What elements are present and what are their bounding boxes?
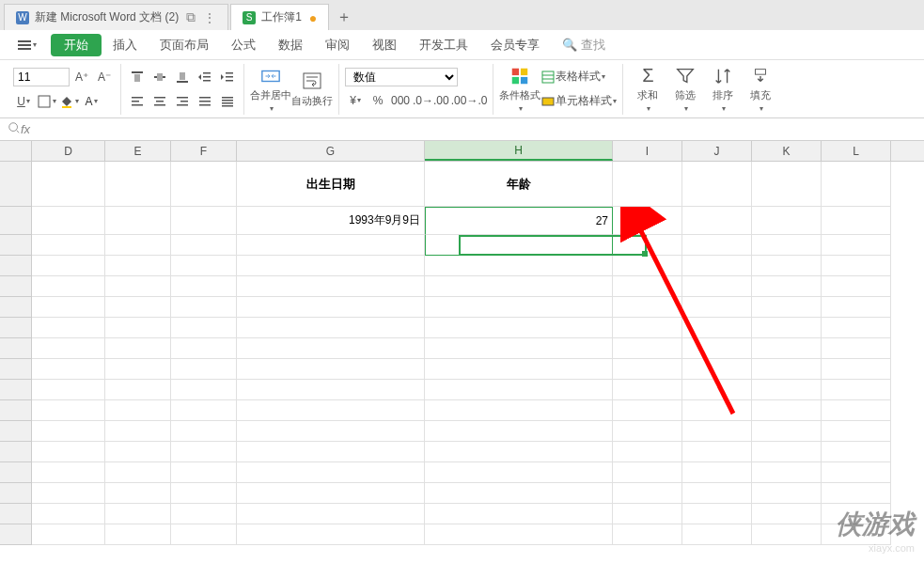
cell[interactable]: [32, 380, 105, 400]
cell[interactable]: [171, 421, 237, 442]
cell[interactable]: [32, 207, 105, 235]
cell[interactable]: [105, 504, 171, 524]
cell[interactable]: [613, 338, 682, 359]
cell[interactable]: [237, 276, 425, 297]
font-color-button[interactable]: A▾: [81, 91, 102, 112]
cell[interactable]: [32, 235, 105, 256]
border-button[interactable]: ▾: [36, 91, 56, 112]
cell[interactable]: [752, 421, 822, 442]
column-header-D[interactable]: D: [32, 141, 105, 161]
cell[interactable]: [613, 256, 682, 276]
row-header[interactable]: [0, 318, 32, 338]
cell[interactable]: [752, 338, 822, 359]
cell[interactable]: [752, 235, 822, 256]
cell[interactable]: [237, 256, 425, 276]
cell[interactable]: [171, 297, 237, 318]
cell[interactable]: [32, 462, 105, 483]
increase-indent-button[interactable]: [217, 67, 238, 87]
cell[interactable]: [752, 380, 822, 400]
cell[interactable]: [171, 207, 237, 235]
tab-start[interactable]: 开始: [51, 34, 102, 56]
cell[interactable]: [752, 297, 822, 318]
cell[interactable]: [613, 162, 682, 207]
cell[interactable]: [425, 380, 613, 400]
cell[interactable]: [613, 483, 682, 504]
number-format-select[interactable]: 数值: [345, 68, 458, 86]
cell[interactable]: [682, 504, 752, 524]
align-top-button[interactable]: [127, 67, 148, 87]
merge-center-button[interactable]: 合并居中▾: [250, 66, 291, 113]
row-header[interactable]: [0, 297, 32, 318]
cell[interactable]: [822, 421, 891, 442]
cell[interactable]: [237, 524, 425, 545]
cell[interactable]: [613, 207, 682, 235]
cell[interactable]: [682, 207, 752, 235]
cell[interactable]: [425, 504, 613, 524]
cell[interactable]: [32, 504, 105, 524]
cell[interactable]: [752, 359, 822, 380]
tab-dev[interactable]: 开发工具: [408, 30, 479, 60]
cell[interactable]: [425, 256, 613, 276]
cell[interactable]: [682, 524, 752, 545]
cell[interactable]: [822, 359, 891, 380]
table-style-button[interactable]: 表格样式▾: [540, 67, 617, 87]
cell[interactable]: [237, 235, 425, 256]
row-header[interactable]: [0, 256, 32, 276]
column-header-F[interactable]: F: [171, 141, 237, 161]
cell[interactable]: [682, 162, 752, 207]
cell[interactable]: [613, 359, 682, 380]
cell[interactable]: [32, 162, 105, 207]
tab-detach-icon[interactable]: ⧉: [186, 9, 196, 25]
cell[interactable]: [425, 338, 613, 359]
cell[interactable]: [105, 359, 171, 380]
sum-button[interactable]: Σ 求和▾: [629, 66, 666, 113]
cell[interactable]: [237, 504, 425, 524]
select-all-corner[interactable]: [0, 141, 32, 161]
cell[interactable]: [105, 207, 171, 235]
cell[interactable]: [613, 276, 682, 297]
cell[interactable]: [32, 524, 105, 545]
align-center-button[interactable]: [149, 91, 170, 112]
cell[interactable]: [32, 400, 105, 421]
cell[interactable]: [171, 462, 237, 483]
file-menu-button[interactable]: ▾: [17, 34, 39, 56]
cell[interactable]: [105, 524, 171, 545]
cell[interactable]: [171, 359, 237, 380]
cell[interactable]: [822, 462, 891, 483]
cell[interactable]: [105, 162, 171, 207]
cell[interactable]: [752, 256, 822, 276]
cell[interactable]: [237, 421, 425, 442]
column-header-I[interactable]: I: [613, 141, 682, 161]
align-middle-button[interactable]: [149, 67, 170, 87]
cell[interactable]: [682, 256, 752, 276]
cell[interactable]: [237, 483, 425, 504]
cell[interactable]: [822, 338, 891, 359]
column-header-G[interactable]: G: [237, 141, 425, 161]
column-header-K[interactable]: K: [752, 141, 822, 161]
cell[interactable]: [822, 504, 891, 524]
cell[interactable]: [171, 483, 237, 504]
insert-function-button[interactable]: [8, 121, 21, 138]
cell[interactable]: [613, 380, 682, 400]
row-header[interactable]: [0, 207, 32, 235]
cell[interactable]: [32, 338, 105, 359]
cell[interactable]: [32, 297, 105, 318]
cell[interactable]: [822, 297, 891, 318]
cell[interactable]: [237, 442, 425, 462]
cell[interactable]: [32, 318, 105, 338]
row-header[interactable]: [0, 380, 32, 400]
cell[interactable]: [613, 442, 682, 462]
cell[interactable]: [682, 442, 752, 462]
cell[interactable]: [105, 318, 171, 338]
decrease-indent-button[interactable]: [195, 67, 215, 87]
cell[interactable]: [105, 297, 171, 318]
tab-formula[interactable]: 公式: [220, 30, 267, 60]
cell[interactable]: [682, 338, 752, 359]
cell[interactable]: [105, 338, 171, 359]
cell[interactable]: [105, 483, 171, 504]
cell[interactable]: [822, 400, 891, 421]
distribute-button[interactable]: [217, 91, 238, 112]
fill-color-button[interactable]: ▾: [58, 91, 79, 112]
decrease-font-button[interactable]: A⁻: [94, 67, 115, 87]
cell[interactable]: 出生日期: [237, 162, 425, 207]
